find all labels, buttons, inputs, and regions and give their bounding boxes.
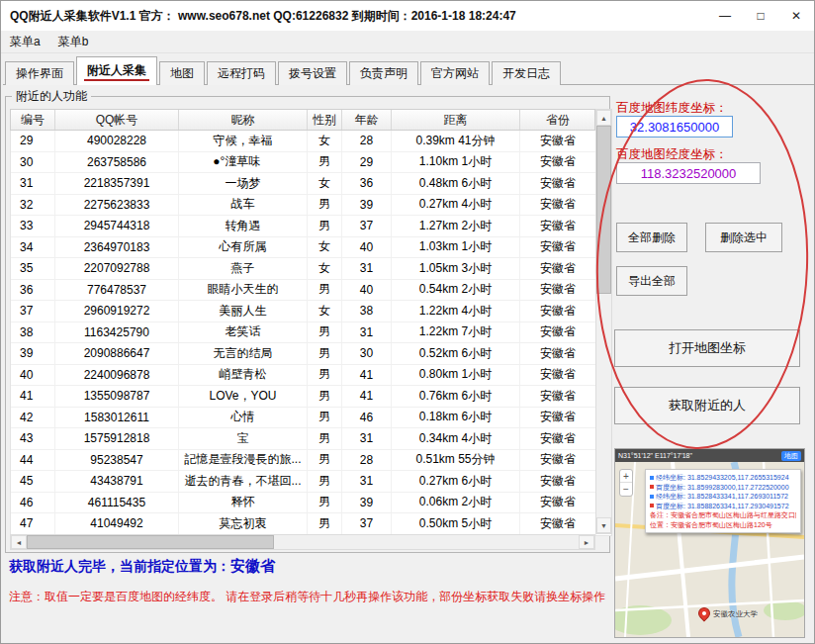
header-gender[interactable]: 性别 bbox=[308, 110, 342, 130]
cell-age: 30 bbox=[342, 343, 392, 364]
table-row[interactable]: 31 2218357391 一场梦 女 36 0.48km 6小时 安徽省 bbox=[11, 173, 596, 195]
table-row[interactable]: 45 43438791 逝去的青春，不堪回... 男 31 0.27km 6小时… bbox=[11, 471, 596, 493]
minimize-button[interactable]: — bbox=[707, 1, 743, 31]
map-toolbar: N31°51'12" E117°17'18" 地图 bbox=[615, 449, 804, 462]
popup-line-text: 百度坐标: 31.8599283000,117.2722520000 bbox=[656, 483, 789, 493]
cell-qq: 776478537 bbox=[55, 280, 179, 301]
menu-item-a[interactable]: 菜单a bbox=[1, 34, 49, 50]
cell-nick: 转角遇 bbox=[179, 216, 308, 236]
vertical-scrollbar[interactable]: ▲ ▼ bbox=[595, 109, 612, 534]
horizontal-scrollbar-thumb[interactable] bbox=[27, 535, 274, 549]
table-row[interactable]: 34 2364970183 心有所属 女 40 1.03km 1小时 安徽省 bbox=[11, 237, 596, 259]
header-age[interactable]: 年龄 bbox=[342, 110, 392, 130]
table-row[interactable]: 42 1583012611 心情 男 46 0.18km 6小时 安徽省 bbox=[11, 408, 596, 429]
tab-dev-log[interactable]: 开发日志 bbox=[492, 61, 561, 85]
scroll-left-arrow[interactable]: ◄ bbox=[11, 535, 27, 549]
open-map-coordinates-button[interactable]: 打开地图坐标 bbox=[614, 329, 800, 367]
scroll-down-arrow[interactable]: ▼ bbox=[596, 517, 611, 533]
cell-gender: 男 bbox=[308, 216, 342, 236]
cell-nick: LOVe，YOU bbox=[179, 386, 308, 407]
table-row[interactable]: 47 41049492 莫忘初衷 男 37 0.50km 5小时 安徽省 bbox=[11, 513, 596, 535]
table-row[interactable]: 39 2090886647 无言的结局 男 30 0.52km 6小时 安徽省 bbox=[11, 343, 596, 365]
scroll-up-arrow[interactable]: ▲ bbox=[596, 110, 611, 126]
cell-province: 安徽省 bbox=[520, 258, 596, 279]
cell-qq: 95238547 bbox=[55, 450, 179, 471]
map-coordinates-text: N31°51'12" E117°17'18" bbox=[618, 452, 692, 459]
table-row[interactable]: 35 2207092788 燕子 女 31 1.05km 3小时 安徽省 bbox=[11, 258, 596, 280]
marker-dot-icon bbox=[650, 485, 654, 489]
table-row[interactable]: 29 490028228 守候，幸福 女 28 0.39km 41分钟 安徽省 bbox=[11, 131, 596, 152]
marker-dot-icon bbox=[650, 504, 654, 507]
latitude-input[interactable] bbox=[616, 116, 733, 138]
export-all-button[interactable]: 导出全部 bbox=[616, 266, 687, 296]
table-row[interactable]: 38 1163425790 老笑话 男 31 1.22km 7小时 安徽省 bbox=[11, 322, 596, 344]
table-row[interactable]: 43 1575912818 宝 男 31 0.34km 4小时 安徽省 bbox=[11, 428, 596, 450]
table-row[interactable]: 36 776478537 眼睛小天生的 男 40 0.54km 2小时 安徽省 bbox=[11, 280, 596, 302]
table-row[interactable]: 30 263758586 ●°潼草味ゞ 男 29 1.10km 1小时 安徽省 bbox=[11, 152, 596, 174]
app-window: QQ附近人采集软件V1.1 官方： www.seo678.net QQ:6122… bbox=[0, 0, 815, 644]
menu-item-b[interactable]: 菜单b bbox=[49, 34, 98, 50]
cell-id: 31 bbox=[11, 173, 55, 194]
cell-id: 39 bbox=[11, 343, 55, 364]
popup-coordinate-line: 百度坐标: 31.8588263341,117.2930491572 bbox=[650, 502, 796, 511]
cell-id: 44 bbox=[11, 450, 55, 471]
table-row[interactable]: 32 2275623833 战车 男 39 0.27km 4小时 安徽省 bbox=[11, 195, 596, 217]
cell-gender: 女 bbox=[308, 173, 342, 194]
header-qq[interactable]: QQ帐号 bbox=[55, 110, 179, 130]
cell-province: 安徽省 bbox=[520, 450, 596, 471]
table-row[interactable]: 40 2240096878 峭壁青松 男 41 0.80km 1小时 安徽省 bbox=[11, 365, 596, 387]
tab-official-site[interactable]: 官方网站 bbox=[420, 61, 490, 85]
map-preview[interactable]: N31°51'12" E117°17'18" 地图 + − 经纬坐标: 31.8… bbox=[614, 448, 805, 638]
table-row[interactable]: 44 95238547 記憶是壹段漫長的旅... 男 28 0.51km 55分… bbox=[11, 450, 596, 472]
header-province[interactable]: 省份 bbox=[520, 110, 596, 130]
map-info-popup: 经纬坐标: 31.8529433205,117.2655315924 百度坐标:… bbox=[645, 469, 801, 533]
close-button[interactable]: ✕ bbox=[778, 1, 814, 31]
delete-all-button[interactable]: 全部删除 bbox=[616, 223, 687, 252]
cell-distance: 0.80km 1小时 bbox=[392, 365, 520, 386]
cell-id: 46 bbox=[11, 493, 55, 513]
cell-gender: 男 bbox=[308, 513, 342, 534]
tab-map[interactable]: 地图 bbox=[159, 61, 205, 85]
cell-qq: 41049492 bbox=[55, 513, 179, 534]
cell-qq: 461115435 bbox=[55, 493, 179, 513]
header-nick[interactable]: 昵称 bbox=[179, 110, 308, 130]
tab-remote-captcha[interactable]: 远程打码 bbox=[207, 61, 276, 85]
cell-distance: 0.48km 6小时 bbox=[392, 173, 520, 194]
tab-dial-settings[interactable]: 拨号设置 bbox=[278, 61, 347, 85]
cell-gender: 女 bbox=[308, 131, 342, 151]
get-nearby-people-button[interactable]: 获取附近的人 bbox=[614, 387, 800, 424]
cell-distance: 0.18km 6小时 bbox=[392, 408, 520, 428]
delete-selected-button[interactable]: 删除选中 bbox=[705, 223, 782, 252]
cell-id: 45 bbox=[11, 471, 55, 492]
cell-age: 39 bbox=[342, 493, 392, 513]
header-distance[interactable]: 距离 bbox=[392, 110, 520, 130]
cell-age: 29 bbox=[342, 152, 392, 173]
tab-nearby-collect[interactable]: 附近人采集 bbox=[76, 56, 157, 85]
horizontal-scrollbar[interactable]: ◄ ► bbox=[10, 534, 595, 550]
maximize-button[interactable]: □ bbox=[743, 1, 778, 31]
cell-nick: 峭壁青松 bbox=[179, 365, 308, 386]
table-row[interactable]: 33 2945744318 转角遇 男 37 1.27km 2小时 安徽省 bbox=[11, 216, 596, 237]
table-row[interactable]: 37 2960919272 美丽人生 女 38 1.22km 4小时 安徽省 bbox=[11, 301, 596, 322]
zoom-in-button[interactable]: + bbox=[620, 470, 632, 483]
table-row[interactable]: 41 1355098787 LOVe，YOU 男 41 0.76km 6小时 安… bbox=[11, 386, 596, 408]
map-zoom-control[interactable]: + − bbox=[619, 469, 633, 497]
cell-qq: 2207092788 bbox=[55, 258, 179, 279]
zoom-out-button[interactable]: − bbox=[620, 483, 632, 496]
popup-note-line: 备注：安徽省合肥市蜀山区梅山路与红星路交口附近 bbox=[650, 510, 796, 520]
tab-disclaimer[interactable]: 负责声明 bbox=[349, 61, 418, 85]
vertical-scrollbar-thumb[interactable] bbox=[596, 126, 611, 294]
cell-nick: 逝去的青春，不堪回... bbox=[179, 471, 308, 492]
cell-qq: 1583012611 bbox=[55, 408, 179, 428]
longitude-input[interactable] bbox=[616, 162, 761, 184]
cell-age: 31 bbox=[342, 322, 392, 343]
cell-qq: 263758586 bbox=[55, 152, 179, 173]
cell-nick: 无言的结局 bbox=[179, 343, 308, 364]
scroll-right-arrow[interactable]: ► bbox=[579, 535, 594, 549]
map-type-button[interactable]: 地图 bbox=[781, 451, 801, 461]
cell-age: 31 bbox=[342, 258, 392, 279]
header-id[interactable]: 编号 bbox=[11, 110, 55, 130]
table-row[interactable]: 46 461115435 释怀 男 39 0.06km 2小时 安徽省 bbox=[11, 493, 596, 514]
cell-id: 32 bbox=[11, 195, 55, 216]
tab-operation[interactable]: 操作界面 bbox=[5, 61, 74, 85]
